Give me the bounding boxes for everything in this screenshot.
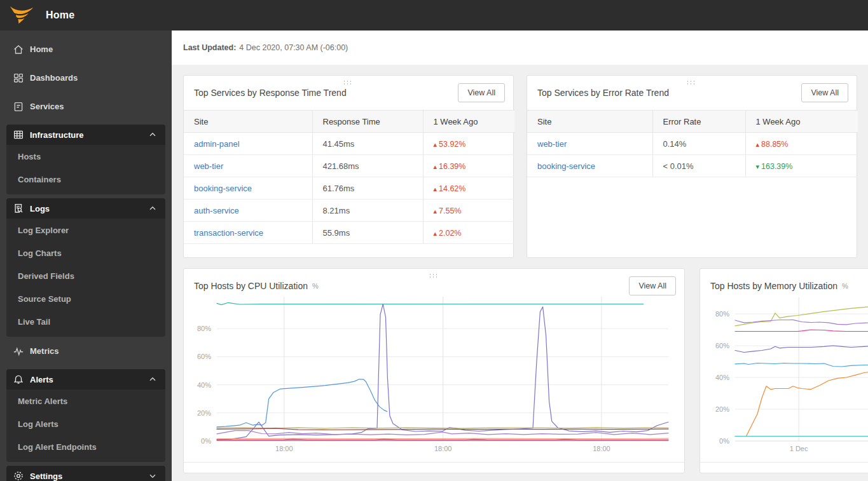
sidebar-group-settings: Settings [6, 466, 165, 481]
site-link[interactable]: web-tier [194, 161, 223, 171]
trend-cell: ▴2.02% [423, 222, 514, 244]
y-tick-label: 60% [715, 342, 729, 349]
solarwinds-logo-icon [8, 4, 36, 27]
response-time-table: SiteResponse Time1 Week Agoadmin-panel41… [184, 110, 514, 244]
sidebar-item-label: Metrics [30, 346, 59, 356]
sidebar-item-home[interactable]: Home [0, 35, 172, 64]
topbar: Home [0, 0, 868, 30]
chart-series-line-indigo [735, 346, 868, 353]
value-cell: 55.9ms [312, 222, 423, 244]
page-title: Home [46, 10, 74, 21]
site-cell: booking-service [527, 155, 652, 177]
chevron-up-icon [148, 374, 158, 384]
x-tick-label: 1 Dec [790, 445, 808, 452]
value-cell: 8.21ms [312, 200, 423, 222]
view-all-button[interactable]: View All [458, 83, 505, 102]
sidebar-nav: HomeDashboardsServicesInfrastructureHost… [0, 30, 172, 481]
y-tick-label: 0% [201, 437, 211, 445]
sidebar-item-metric-alerts[interactable]: Metric Alerts [6, 390, 165, 412]
sidebar-item-live-tail[interactable]: Live Tail [6, 310, 165, 333]
sidebar-item-containers[interactable]: Containers [6, 168, 165, 191]
sidebar-group-header-alerts[interactable]: Alerts [6, 369, 165, 390]
chart-series-line-magenta [735, 330, 868, 332]
sidebar-group-body: HostsContainers [6, 145, 165, 194]
trend-up-icon: ▴ [434, 140, 437, 148]
y-tick-label: 40% [715, 374, 729, 381]
table-row: auth-service8.21ms▴7.55% [184, 200, 514, 222]
alerts-icon [13, 374, 24, 385]
table-header-row: SiteResponse Time1 Week Ago [184, 111, 514, 133]
chart-series-line-maroon [217, 428, 668, 430]
sidebar-group-header-settings[interactable]: Settings [6, 466, 165, 481]
chart-series-line-orange [735, 371, 868, 437]
chevron-up-icon [148, 130, 158, 140]
site-cell: transaction-service [184, 222, 312, 244]
sidebar-group-header-infrastructure[interactable]: Infrastructure [6, 125, 165, 145]
chart-series-line-crimson [217, 439, 668, 440]
sidebar-item-derived-fields[interactable]: Derived Fields [6, 264, 165, 287]
chart-series-line-olive [735, 306, 868, 326]
trend-up-icon: ▴ [434, 207, 437, 215]
sidebar-item-hosts[interactable]: Hosts [6, 145, 165, 168]
site-link[interactable]: web-tier [537, 139, 567, 149]
infrastructure-icon [13, 129, 24, 140]
value-cell: 61.76ms [312, 177, 423, 200]
chart-series-line-blue [735, 363, 868, 367]
view-all-button[interactable]: View All [629, 276, 676, 295]
sidebar-item-log-explorer[interactable]: Log Explorer [6, 219, 165, 241]
x-tick-label: 18:00 [434, 445, 452, 452]
site-link[interactable]: auth-service [194, 206, 239, 215]
sidebar-group-label: Logs [30, 204, 50, 213]
chart-series-line-blue [217, 379, 387, 427]
sidebar-item-dashboards[interactable]: Dashboards [0, 64, 172, 92]
trend-up-icon: ▴ [434, 229, 437, 237]
table-row: web-tier421.68ms▴16.39% [184, 155, 514, 177]
x-tick-label: 18:00 [275, 445, 293, 452]
sidebar-item-services[interactable]: Services [0, 92, 172, 121]
trend-down-icon: ▾ [756, 163, 760, 170]
table-row: booking-service61.76ms▴14.62% [184, 177, 514, 200]
card-header: Top Services by Response Time Trend View… [184, 76, 513, 110]
table-header-row: SiteError Rate1 Week Ago [527, 111, 858, 133]
value-cell: < 0.01% [652, 155, 745, 177]
chart-unit-label: % [312, 282, 319, 290]
last-updated-label: Last Updated: [183, 43, 236, 52]
error-rate-table: SiteError Rate1 Week Agoweb-tier0.14%▴88… [527, 110, 858, 177]
x-tick-label: 18:00 [593, 445, 610, 452]
sidebar-group-logs: LogsLog ExplorerLog ChartsDerived Fields… [6, 198, 165, 337]
card-memory-utilization: 0%20%40%60%80%1 Dec Top Hosts by Memory … [699, 268, 868, 473]
sidebar-item-log-alert-endpoints[interactable]: Log Alert Endpoints [6, 435, 165, 458]
chart-unit-label: % [842, 282, 848, 290]
card-header: Top Services by Error Rate Trend View Al… [527, 76, 857, 110]
site-link[interactable]: booking-service [537, 161, 595, 171]
card-title: Top Services by Response Time Trend [194, 88, 347, 98]
sidebar-group-header-logs[interactable]: Logs [6, 198, 165, 219]
site-cell: web-tier [527, 133, 652, 155]
site-link[interactable]: admin-panel [194, 139, 240, 149]
site-link[interactable]: transaction-service [194, 228, 263, 238]
sidebar-group-label: Alerts [30, 375, 53, 384]
view-all-button[interactable]: View All [801, 83, 848, 102]
column-header: Site [184, 111, 312, 133]
trend-up-icon: ▴ [434, 185, 437, 193]
sidebar-group-body: Metric AlertsLog AlertsLog Alert Endpoin… [6, 390, 165, 462]
trend-up-icon: ▴ [434, 163, 437, 170]
chevron-down-icon [148, 471, 158, 481]
trend-cell: ▴53.92% [423, 133, 514, 155]
sidebar-item-metrics[interactable]: Metrics [0, 337, 172, 365]
settings-icon [13, 470, 24, 481]
site-link[interactable]: booking-service [194, 184, 252, 193]
last-updated-value: 4 Dec 2020, 07:30 AM (-06:00) [239, 43, 348, 52]
card-footer [700, 462, 868, 473]
column-header: 1 Week Ago [745, 111, 858, 133]
sidebar-item-log-alerts[interactable]: Log Alerts [6, 412, 165, 435]
card-error-rate-trend: Top Services by Error Rate Trend View Al… [527, 75, 857, 258]
trend-up-icon: ▴ [756, 140, 760, 148]
sidebar-item-log-charts[interactable]: Log Charts [6, 241, 165, 264]
card-title: Top Hosts by Memory Utilization [710, 281, 837, 291]
sidebar-item-source-setup[interactable]: Source Setup [6, 287, 165, 310]
site-cell: auth-service [184, 200, 312, 222]
value-cell: 0.14% [652, 133, 745, 155]
trend-cell: ▴88.85% [745, 133, 858, 155]
card-header: Top Hosts by CPU Utilization % View All [184, 269, 684, 303]
